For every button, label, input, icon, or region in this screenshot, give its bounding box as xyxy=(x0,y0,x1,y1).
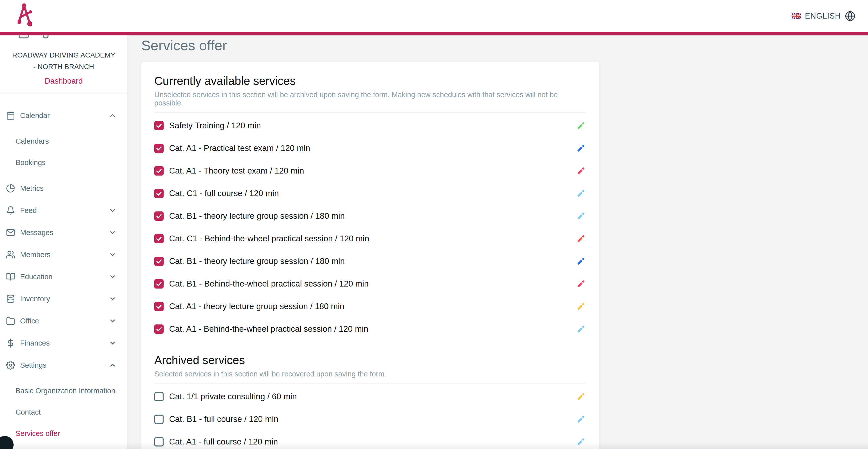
chevron-down-icon[interactable] xyxy=(109,273,116,281)
sidebar-item-messages[interactable]: Messages xyxy=(0,222,127,244)
current-services-section: Currently available services Unselected … xyxy=(154,62,586,340)
chevron-up-icon[interactable] xyxy=(109,361,116,369)
dollar-sign-icon xyxy=(6,339,15,348)
pie-chart-icon xyxy=(6,184,15,193)
language-label: ENGLISH xyxy=(805,11,841,21)
service-checkbox-unchecked[interactable] xyxy=(154,392,164,401)
service-label: Cat. B1 - full course / 120 min xyxy=(169,414,278,424)
chevron-down-icon[interactable] xyxy=(109,295,116,302)
service-label: Cat. C1 - Behind-the-wheel practical ses… xyxy=(169,234,369,243)
chevron-down-icon[interactable] xyxy=(109,229,116,236)
edit-pencil-icon[interactable] xyxy=(576,211,586,221)
sidebar-menu-item-label: Contact xyxy=(16,408,41,416)
sidebar-item-calendar[interactable]: Calendar xyxy=(0,104,127,127)
sidebar-item-education[interactable]: Education xyxy=(0,266,127,288)
sidebar-item-finances[interactable]: Finances xyxy=(0,332,127,354)
service-row: Cat. C1 - Behind-the-wheel practical ses… xyxy=(154,227,586,250)
mail-icon xyxy=(6,228,15,237)
page-title: Services offer xyxy=(141,37,227,54)
service-checkbox-unchecked[interactable] xyxy=(154,437,164,447)
users-icon xyxy=(6,250,15,259)
sidebar-menu-item-label: Education xyxy=(20,273,53,281)
service-label: Safety Training / 120 min xyxy=(169,121,261,130)
dashboard-link[interactable]: Dashboard xyxy=(0,76,127,86)
service-label: Cat. A1 - Behind-the-wheel practical ses… xyxy=(169,324,368,334)
chevron-up-icon[interactable] xyxy=(109,112,116,119)
service-label: Cat. A1 - Practical test exam / 120 min xyxy=(169,143,310,153)
service-label: Cat. A1 - full course / 120 min xyxy=(169,437,278,447)
sidebar-item-office[interactable]: Office xyxy=(0,310,127,332)
sidebar-item-feed[interactable]: Feed xyxy=(0,199,127,222)
edit-pencil-icon[interactable] xyxy=(576,143,586,154)
service-checkbox-checked[interactable] xyxy=(154,279,164,289)
clipped-menu-item-text-fragment xyxy=(43,35,49,38)
service-row: Cat. A1 - Practical test exam / 120 min xyxy=(154,137,586,159)
service-label: Cat. B1 - theory lecture group session /… xyxy=(169,211,345,221)
service-checkbox-checked[interactable] xyxy=(154,121,164,130)
sidebar-item-calendars[interactable]: Calendars xyxy=(0,131,127,152)
edit-pencil-icon[interactable] xyxy=(576,233,586,244)
edit-pencil-icon[interactable] xyxy=(576,391,586,402)
edit-pencil-icon[interactable] xyxy=(576,165,586,176)
sidebar-item-settings[interactable]: Settings xyxy=(0,354,127,376)
sidebar-item-metrics[interactable]: Metrics xyxy=(0,177,127,199)
service-checkbox-checked[interactable] xyxy=(154,189,164,198)
sidebar-item-services-offer[interactable]: Services offer xyxy=(0,423,127,444)
service-checkbox-checked[interactable] xyxy=(154,257,164,266)
book-open-icon xyxy=(6,272,15,281)
sidebar-menu-item-label: Services offer xyxy=(16,429,60,438)
edit-pencil-icon[interactable] xyxy=(576,256,586,266)
sidebar: ROADWAY DRIVING ACADEMY - NORTH BRANCH D… xyxy=(0,35,128,449)
sidebar-nav: Calendar Calendars Bookings Metrics Feed… xyxy=(0,104,127,444)
service-checkbox-checked[interactable] xyxy=(154,302,164,311)
service-label: Cat. 1/1 private consulting / 60 min xyxy=(169,392,297,401)
sidebar-menu-item-label: Metrics xyxy=(20,184,43,193)
sidebar-menu-item-label: Finances xyxy=(20,339,50,347)
sidebar-menu-item-label: Settings xyxy=(20,361,46,370)
sidebar-menu-item-label: Basic Organization Information xyxy=(16,387,115,395)
service-checkbox-checked[interactable] xyxy=(154,166,164,175)
edit-pencil-icon[interactable] xyxy=(576,324,586,334)
sidebar-item-members[interactable]: Members xyxy=(0,244,127,266)
current-services-list: Safety Training / 120 min Cat. A1 - Prac… xyxy=(154,114,586,340)
edit-pencil-icon[interactable] xyxy=(576,188,586,199)
organization-name: ROADWAY DRIVING ACADEMY - NORTH BRANCH xyxy=(0,50,127,72)
edit-pencil-icon[interactable] xyxy=(576,437,586,447)
service-checkbox-checked[interactable] xyxy=(154,143,164,153)
service-label: Cat. A1 - Theory test exam / 120 min xyxy=(169,166,304,175)
service-checkbox-checked[interactable] xyxy=(154,234,164,243)
edit-pencil-icon[interactable] xyxy=(576,120,586,131)
service-checkbox-unchecked[interactable] xyxy=(154,415,164,424)
chevron-down-icon[interactable] xyxy=(109,207,116,214)
section-divider xyxy=(154,112,586,113)
database-icon xyxy=(6,294,15,303)
sidebar-menu-item-label: Calendar xyxy=(20,111,50,120)
uk-flag-icon xyxy=(792,13,801,19)
sidebar-item-bookings[interactable]: Bookings xyxy=(0,152,127,173)
service-checkbox-checked[interactable] xyxy=(154,212,164,221)
archived-services-section: Archived services Selected services in t… xyxy=(154,340,586,449)
sidebar-menu-item-label: Inventory xyxy=(20,295,50,303)
chevron-down-icon[interactable] xyxy=(109,317,116,325)
bell-icon xyxy=(6,206,15,215)
sidebar-item-contact[interactable]: Contact xyxy=(0,402,127,423)
edit-pencil-icon[interactable] xyxy=(576,301,586,312)
service-row: Safety Training / 120 min xyxy=(154,114,586,137)
app-logo[interactable] xyxy=(18,3,32,27)
service-checkbox-checked[interactable] xyxy=(154,324,164,334)
edit-pencil-icon[interactable] xyxy=(576,279,586,289)
chevron-down-icon[interactable] xyxy=(109,339,116,347)
sidebar-item-inventory[interactable]: Inventory xyxy=(0,288,127,310)
settings-gear-icon xyxy=(6,361,15,370)
service-label: Cat. B1 - Behind-the-wheel practical ses… xyxy=(169,279,369,289)
app-header: ENGLISH xyxy=(0,0,868,32)
service-label: Cat. A1 - theory lecture group session /… xyxy=(169,301,344,311)
chevron-down-icon[interactable] xyxy=(109,251,116,258)
organization-name-line2: - NORTH BRANCH xyxy=(4,61,123,72)
edit-pencil-icon[interactable] xyxy=(576,414,586,424)
accent-bar xyxy=(0,32,868,35)
sidebar-item-basic-organization-information[interactable]: Basic Organization Information xyxy=(0,380,127,402)
language-switcher[interactable]: ENGLISH xyxy=(792,0,856,32)
folder-icon xyxy=(6,316,15,325)
service-label: Cat. B1 - theory lecture group session /… xyxy=(169,256,345,266)
